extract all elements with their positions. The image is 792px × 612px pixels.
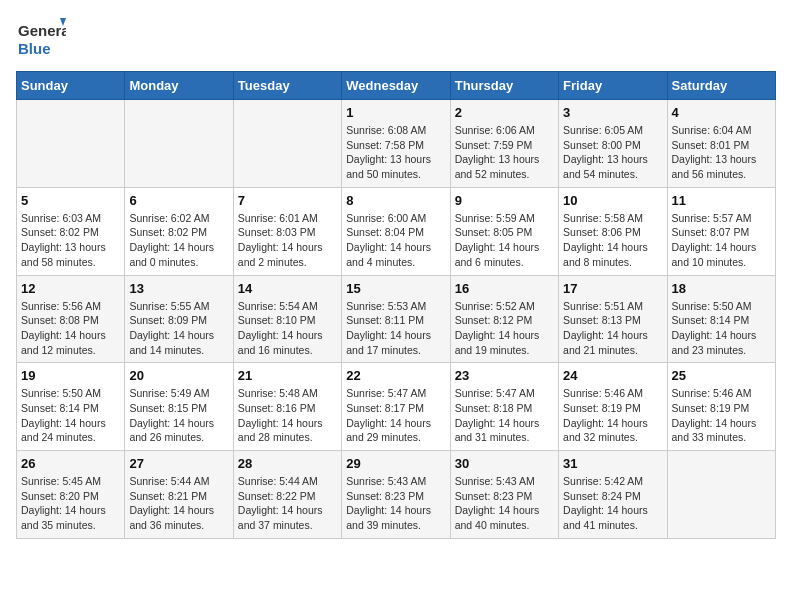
cell-info: Sunrise: 5:51 AMSunset: 8:13 PMDaylight:… [563,299,662,358]
calendar-cell: 4Sunrise: 6:04 AMSunset: 8:01 PMDaylight… [667,100,775,188]
cell-info: Sunrise: 5:47 AMSunset: 8:18 PMDaylight:… [455,386,554,445]
calendar-cell: 9Sunrise: 5:59 AMSunset: 8:05 PMDaylight… [450,187,558,275]
cell-info: Sunrise: 5:50 AMSunset: 8:14 PMDaylight:… [672,299,771,358]
day-number: 3 [563,105,662,120]
week-row-1: 1Sunrise: 6:08 AMSunset: 7:58 PMDaylight… [17,100,776,188]
cell-info: Sunrise: 5:43 AMSunset: 8:23 PMDaylight:… [346,474,445,533]
week-row-4: 19Sunrise: 5:50 AMSunset: 8:14 PMDayligh… [17,363,776,451]
day-number: 17 [563,281,662,296]
day-number: 5 [21,193,120,208]
cell-info: Sunrise: 5:48 AMSunset: 8:16 PMDaylight:… [238,386,337,445]
cell-info: Sunrise: 5:43 AMSunset: 8:23 PMDaylight:… [455,474,554,533]
cell-info: Sunrise: 6:00 AMSunset: 8:04 PMDaylight:… [346,211,445,270]
week-row-2: 5Sunrise: 6:03 AMSunset: 8:02 PMDaylight… [17,187,776,275]
calendar-cell: 20Sunrise: 5:49 AMSunset: 8:15 PMDayligh… [125,363,233,451]
calendar-cell: 24Sunrise: 5:46 AMSunset: 8:19 PMDayligh… [559,363,667,451]
svg-text:Blue: Blue [18,40,51,57]
calendar-cell [667,451,775,539]
calendar-cell: 23Sunrise: 5:47 AMSunset: 8:18 PMDayligh… [450,363,558,451]
calendar-cell: 6Sunrise: 6:02 AMSunset: 8:02 PMDaylight… [125,187,233,275]
cell-info: Sunrise: 5:58 AMSunset: 8:06 PMDaylight:… [563,211,662,270]
calendar-cell: 5Sunrise: 6:03 AMSunset: 8:02 PMDaylight… [17,187,125,275]
day-number: 14 [238,281,337,296]
calendar-cell: 15Sunrise: 5:53 AMSunset: 8:11 PMDayligh… [342,275,450,363]
header-day-friday: Friday [559,72,667,100]
week-row-3: 12Sunrise: 5:56 AMSunset: 8:08 PMDayligh… [17,275,776,363]
cell-info: Sunrise: 5:49 AMSunset: 8:15 PMDaylight:… [129,386,228,445]
day-number: 28 [238,456,337,471]
cell-info: Sunrise: 6:03 AMSunset: 8:02 PMDaylight:… [21,211,120,270]
cell-info: Sunrise: 5:56 AMSunset: 8:08 PMDaylight:… [21,299,120,358]
day-number: 10 [563,193,662,208]
cell-info: Sunrise: 5:59 AMSunset: 8:05 PMDaylight:… [455,211,554,270]
calendar-cell: 25Sunrise: 5:46 AMSunset: 8:19 PMDayligh… [667,363,775,451]
calendar-cell: 19Sunrise: 5:50 AMSunset: 8:14 PMDayligh… [17,363,125,451]
calendar-cell: 1Sunrise: 6:08 AMSunset: 7:58 PMDaylight… [342,100,450,188]
cell-info: Sunrise: 6:05 AMSunset: 8:00 PMDaylight:… [563,123,662,182]
cell-info: Sunrise: 5:54 AMSunset: 8:10 PMDaylight:… [238,299,337,358]
cell-info: Sunrise: 6:02 AMSunset: 8:02 PMDaylight:… [129,211,228,270]
cell-info: Sunrise: 5:50 AMSunset: 8:14 PMDaylight:… [21,386,120,445]
calendar-cell [17,100,125,188]
header-day-sunday: Sunday [17,72,125,100]
day-number: 30 [455,456,554,471]
calendar-cell: 30Sunrise: 5:43 AMSunset: 8:23 PMDayligh… [450,451,558,539]
day-number: 12 [21,281,120,296]
svg-text:General: General [18,22,66,39]
calendar-cell: 3Sunrise: 6:05 AMSunset: 8:00 PMDaylight… [559,100,667,188]
cell-info: Sunrise: 6:08 AMSunset: 7:58 PMDaylight:… [346,123,445,182]
cell-info: Sunrise: 5:55 AMSunset: 8:09 PMDaylight:… [129,299,228,358]
header-row: SundayMondayTuesdayWednesdayThursdayFrid… [17,72,776,100]
calendar-cell: 8Sunrise: 6:00 AMSunset: 8:04 PMDaylight… [342,187,450,275]
cell-info: Sunrise: 5:52 AMSunset: 8:12 PMDaylight:… [455,299,554,358]
header-day-monday: Monday [125,72,233,100]
calendar-cell: 31Sunrise: 5:42 AMSunset: 8:24 PMDayligh… [559,451,667,539]
cell-info: Sunrise: 5:53 AMSunset: 8:11 PMDaylight:… [346,299,445,358]
cell-info: Sunrise: 6:01 AMSunset: 8:03 PMDaylight:… [238,211,337,270]
week-row-5: 26Sunrise: 5:45 AMSunset: 8:20 PMDayligh… [17,451,776,539]
cell-info: Sunrise: 5:42 AMSunset: 8:24 PMDaylight:… [563,474,662,533]
calendar-cell [233,100,341,188]
calendar-cell: 22Sunrise: 5:47 AMSunset: 8:17 PMDayligh… [342,363,450,451]
calendar-cell: 29Sunrise: 5:43 AMSunset: 8:23 PMDayligh… [342,451,450,539]
calendar-table: SundayMondayTuesdayWednesdayThursdayFrid… [16,71,776,539]
cell-info: Sunrise: 5:47 AMSunset: 8:17 PMDaylight:… [346,386,445,445]
day-number: 24 [563,368,662,383]
calendar-cell: 13Sunrise: 5:55 AMSunset: 8:09 PMDayligh… [125,275,233,363]
logo: General Blue [16,16,66,61]
day-number: 11 [672,193,771,208]
calendar-cell: 11Sunrise: 5:57 AMSunset: 8:07 PMDayligh… [667,187,775,275]
day-number: 26 [21,456,120,471]
day-number: 21 [238,368,337,383]
cell-info: Sunrise: 6:04 AMSunset: 8:01 PMDaylight:… [672,123,771,182]
cell-info: Sunrise: 6:06 AMSunset: 7:59 PMDaylight:… [455,123,554,182]
day-number: 7 [238,193,337,208]
cell-info: Sunrise: 5:44 AMSunset: 8:21 PMDaylight:… [129,474,228,533]
day-number: 19 [21,368,120,383]
calendar-cell: 2Sunrise: 6:06 AMSunset: 7:59 PMDaylight… [450,100,558,188]
day-number: 25 [672,368,771,383]
day-number: 4 [672,105,771,120]
cell-info: Sunrise: 5:57 AMSunset: 8:07 PMDaylight:… [672,211,771,270]
calendar-cell: 26Sunrise: 5:45 AMSunset: 8:20 PMDayligh… [17,451,125,539]
day-number: 13 [129,281,228,296]
cell-info: Sunrise: 5:46 AMSunset: 8:19 PMDaylight:… [672,386,771,445]
calendar-cell: 27Sunrise: 5:44 AMSunset: 8:21 PMDayligh… [125,451,233,539]
day-number: 22 [346,368,445,383]
logo-svg: General Blue [16,16,66,61]
header-day-wednesday: Wednesday [342,72,450,100]
day-number: 15 [346,281,445,296]
day-number: 23 [455,368,554,383]
calendar-cell: 16Sunrise: 5:52 AMSunset: 8:12 PMDayligh… [450,275,558,363]
calendar-cell: 10Sunrise: 5:58 AMSunset: 8:06 PMDayligh… [559,187,667,275]
calendar-cell: 12Sunrise: 5:56 AMSunset: 8:08 PMDayligh… [17,275,125,363]
header-day-tuesday: Tuesday [233,72,341,100]
day-number: 29 [346,456,445,471]
calendar-cell: 14Sunrise: 5:54 AMSunset: 8:10 PMDayligh… [233,275,341,363]
header-day-thursday: Thursday [450,72,558,100]
day-number: 6 [129,193,228,208]
header: General Blue [16,16,776,61]
cell-info: Sunrise: 5:45 AMSunset: 8:20 PMDaylight:… [21,474,120,533]
calendar-cell: 21Sunrise: 5:48 AMSunset: 8:16 PMDayligh… [233,363,341,451]
cell-info: Sunrise: 5:46 AMSunset: 8:19 PMDaylight:… [563,386,662,445]
